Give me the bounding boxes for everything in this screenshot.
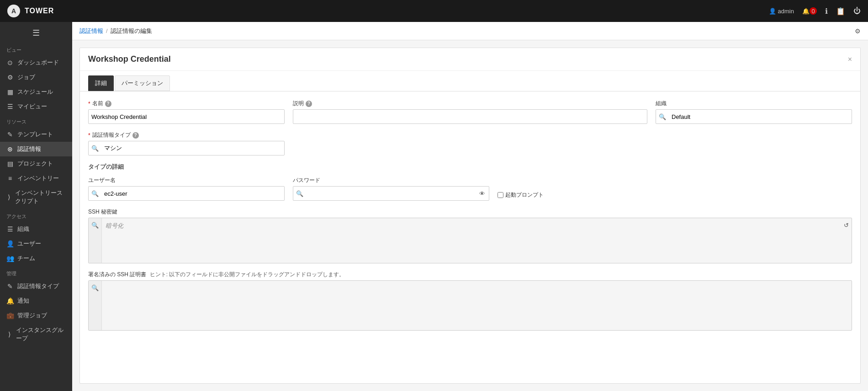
sidebar-item-label: ダッシュボード: [17, 59, 59, 67]
breadcrumb: 認証情報 / 認証情報の編集: [79, 27, 152, 35]
management-jobs-icon: 💼: [6, 312, 14, 319]
admin-section-label: 管理: [0, 266, 72, 279]
password-label: パスワード: [293, 177, 489, 184]
password-toggle-icon[interactable]: 👁: [476, 190, 489, 197]
cred-type-input-wrapper: 🔍: [88, 141, 285, 155]
sidebar-item-notifications[interactable]: 🔔 通知: [0, 294, 72, 308]
ssh-key-label: SSH 秘密鍵: [88, 208, 852, 216]
instance-groups-icon: ⟩: [6, 331, 12, 338]
sidebar-item-credentials[interactable]: ⊛ 認証情報: [0, 142, 72, 156]
main-layout: ☰ ビュー ⊙ ダッシュボード ⚙ ジョブ ▦ スケジュール ☰ マイビュー リ…: [0, 22, 868, 391]
templates-icon: ✎: [6, 131, 14, 138]
sidebar-item-instance-groups[interactable]: ⟩ インスタンスグループ: [0, 323, 72, 346]
ssh-key-search-icon: 🔍: [89, 218, 102, 263]
cred-type-help-icon[interactable]: ?: [132, 132, 139, 139]
password-input[interactable]: [306, 190, 476, 197]
sidebar-item-label: スケジュール: [17, 88, 53, 96]
sidebar-item-schedule[interactable]: ▦ スケジュール: [0, 85, 72, 99]
myview-icon: ☰: [6, 103, 14, 110]
app-logo: A: [7, 5, 20, 17]
clipboard-icon[interactable]: 📋: [836, 7, 845, 16]
resource-section-label: リソース: [0, 114, 72, 127]
sidebar-item-label: 認証情報: [17, 145, 41, 153]
username-input-wrapper: 🔍: [88, 186, 285, 201]
cred-type-label: * 認証情報タイプ ?: [88, 131, 285, 139]
sidebar-item-inventory[interactable]: ≡ インベントリー: [0, 171, 72, 186]
form-row-name-desc-org: * 名前 ? 説明 ?: [88, 100, 852, 124]
settings-icon[interactable]: ⚙: [855, 27, 861, 35]
top-nav-right: 👤 admin 🔔 0 ℹ 📋 ⏻: [769, 7, 861, 16]
ssh-key-reset-icon[interactable]: ↺: [844, 222, 849, 229]
sidebar-item-users[interactable]: 👤 ユーザー: [0, 236, 72, 251]
admin-user[interactable]: 👤 admin: [769, 8, 794, 15]
sidebar-item-teams[interactable]: 👥 チーム: [0, 251, 72, 266]
info-icon[interactable]: ℹ: [825, 7, 828, 16]
sidebar: ☰ ビュー ⊙ ダッシュボード ⚙ ジョブ ▦ スケジュール ☰ マイビュー リ…: [0, 22, 72, 391]
signed-cert-search-icon: 🔍: [89, 281, 102, 330]
organizations-icon: ☰: [6, 225, 14, 233]
tab-details[interactable]: 詳細: [88, 75, 114, 91]
username-input[interactable]: [101, 190, 284, 197]
name-required: *: [88, 101, 90, 107]
top-nav: A TOWER 👤 admin 🔔 0 ℹ 📋 ⏻: [0, 0, 868, 22]
signed-cert-section: 署名済みの SSH 証明書 ヒント: 以下のフィールドに非公開ファイルをドラッグ…: [88, 271, 852, 331]
startup-prompt-label: 起動プロンプト: [505, 191, 544, 199]
schedule-icon: ▦: [6, 88, 14, 96]
password-search-icon: 🔍: [293, 190, 306, 197]
credential-types-icon: ✎: [6, 283, 14, 290]
panel-title: Workshop Credential: [88, 54, 171, 64]
desc-help-icon[interactable]: ?: [306, 101, 312, 107]
notifications-icon[interactable]: 🔔 0: [802, 7, 817, 15]
breadcrumb-bar: 認証情報 / 認証情報の編集 ⚙: [72, 22, 868, 40]
sidebar-item-label: 組織: [17, 225, 29, 233]
cred-type-required: *: [88, 132, 90, 139]
sidebar-item-inventory-scripts[interactable]: ⟩ インベントリースクリプト: [0, 186, 72, 209]
inventory-icon: ≡: [6, 175, 14, 182]
power-icon[interactable]: ⏻: [853, 7, 861, 15]
sidebar-item-jobs[interactable]: ⚙ ジョブ: [0, 70, 72, 85]
sidebar-item-label: インベントリースクリプト: [15, 189, 66, 205]
sidebar-item-credential-types[interactable]: ✎ 認証情報タイプ: [0, 279, 72, 294]
cred-type-search-icon: 🔍: [89, 145, 101, 152]
name-field-group: * 名前 ?: [88, 100, 285, 124]
sidebar-item-label: ジョブ: [17, 73, 35, 81]
cred-type-field-group: * 認証情報タイプ ? 🔍: [88, 131, 285, 155]
view-section-label: ビュー: [0, 42, 72, 55]
tabs: 詳細 パーミッション: [80, 71, 860, 91]
breadcrumb-parent[interactable]: 認証情報: [79, 27, 103, 35]
type-details-section: タイプの詳細 ユーザー名 🔍 パスワード: [88, 163, 852, 201]
signed-cert-textarea[interactable]: [102, 281, 852, 330]
password-field-group: パスワード 🔍 👁: [293, 177, 489, 201]
sidebar-item-label: 認証情報タイプ: [17, 282, 59, 290]
sidebar-item-label: プロジェクト: [17, 160, 53, 168]
org-input[interactable]: [669, 113, 852, 120]
org-input-wrapper: 🔍: [656, 109, 852, 124]
main-panel: Workshop Credential × 詳細 パーミッション * 名前 ?: [79, 48, 861, 384]
name-input-wrapper: [88, 109, 285, 124]
form-row-username-password: ユーザー名 🔍 パスワード 🔍 👁: [88, 177, 852, 201]
dashboard-icon: ⊙: [6, 59, 14, 66]
inventory-scripts-icon: ⟩: [6, 193, 11, 201]
sidebar-item-management-jobs[interactable]: 💼 管理ジョブ: [0, 308, 72, 323]
sidebar-item-templates[interactable]: ✎ テンプレート: [0, 127, 72, 142]
panel-close-button[interactable]: ×: [848, 55, 852, 64]
hamburger-button[interactable]: ☰: [0, 24, 72, 42]
desc-label: 説明 ?: [293, 100, 647, 107]
type-details-title: タイプの詳細: [88, 163, 852, 171]
name-input[interactable]: [89, 113, 284, 120]
sidebar-item-dashboard[interactable]: ⊙ ダッシュボード: [0, 55, 72, 70]
org-label: 組織: [656, 100, 852, 107]
user-icon: 👤: [769, 8, 776, 15]
sidebar-item-label: インベントリー: [17, 174, 59, 182]
ssh-key-textarea-wrapper: 🔍 暗号化 ↺: [88, 218, 852, 263]
sidebar-item-projects[interactable]: ▤ プロジェクト: [0, 156, 72, 171]
startup-prompt-checkbox[interactable]: [498, 192, 503, 198]
username-label: ユーザー名: [88, 177, 285, 184]
desc-input[interactable]: [293, 113, 647, 120]
name-help-icon[interactable]: ?: [105, 101, 111, 107]
form-row-cred-type: * 認証情報タイプ ? 🔍: [88, 131, 852, 155]
sidebar-item-organizations[interactable]: ☰ 組織: [0, 222, 72, 236]
sidebar-item-myview[interactable]: ☰ マイビュー: [0, 99, 72, 114]
tab-permissions[interactable]: パーミッション: [115, 75, 170, 91]
cred-type-input[interactable]: [101, 145, 284, 152]
